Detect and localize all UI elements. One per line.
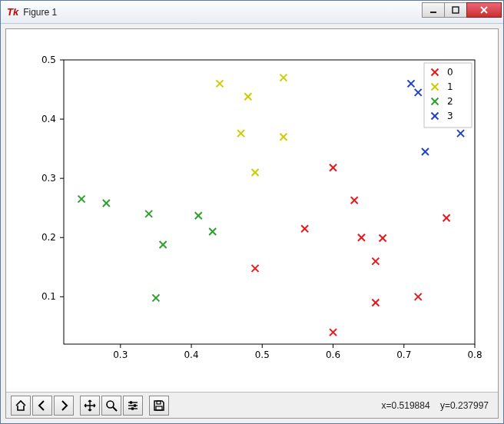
window-controls — [423, 2, 502, 19]
svg-text:1: 1 — [447, 81, 453, 92]
svg-rect-1 — [453, 7, 459, 13]
window-title: Figure 1 — [23, 7, 423, 18]
close-button[interactable] — [466, 2, 502, 18]
minimize-button[interactable] — [422, 2, 445, 18]
svg-text:2: 2 — [447, 96, 453, 107]
configure-button[interactable] — [123, 396, 143, 416]
svg-line-97 — [113, 407, 117, 411]
move-icon — [84, 399, 96, 412]
svg-text:3: 3 — [447, 111, 453, 121]
svg-text:0.4: 0.4 — [184, 349, 198, 360]
back-button[interactable] — [32, 396, 52, 416]
magnifier-icon — [105, 399, 118, 412]
arrow-right-icon — [58, 399, 70, 412]
svg-text:0: 0 — [447, 67, 453, 78]
matplotlib-toolbar: x=0.519884 y=0.237997 — [6, 392, 498, 418]
maximize-button[interactable] — [444, 2, 467, 18]
home-icon — [15, 399, 27, 412]
save-icon — [153, 399, 165, 412]
plot-canvas[interactable]: 0.30.40.50.60.70.80.10.20.30.40.50123 — [6, 29, 498, 392]
svg-text:0.8: 0.8 — [467, 349, 482, 360]
svg-text:0.4: 0.4 — [41, 114, 56, 124]
pan-button[interactable] — [80, 396, 100, 416]
svg-rect-4 — [64, 60, 475, 344]
scatter-plot: 0.30.40.50.60.70.80.10.20.30.40.50123 — [6, 29, 498, 392]
svg-text:0.1: 0.1 — [41, 291, 56, 302]
zoom-button[interactable] — [101, 396, 121, 416]
svg-text:0.5: 0.5 — [255, 349, 270, 360]
svg-point-96 — [107, 401, 114, 408]
svg-text:0.2: 0.2 — [41, 232, 56, 243]
forward-button[interactable] — [54, 396, 74, 416]
svg-rect-104 — [157, 401, 161, 404]
client-area: 0.30.40.50.60.70.80.10.20.30.40.50123 — [5, 28, 499, 419]
svg-text:0.7: 0.7 — [396, 349, 411, 360]
svg-rect-103 — [131, 407, 134, 409]
app-icon: Tk — [7, 6, 18, 18]
arrow-left-icon — [36, 399, 48, 412]
svg-rect-101 — [134, 404, 136, 406]
title-bar[interactable]: Tk Figure 1 — [1, 1, 503, 24]
save-button[interactable] — [149, 396, 169, 416]
svg-text:0.3: 0.3 — [41, 173, 56, 184]
cursor-coordinates: x=0.519884 y=0.237997 — [382, 400, 493, 411]
svg-text:0.6: 0.6 — [326, 349, 340, 360]
svg-rect-99 — [130, 401, 132, 403]
home-button[interactable] — [11, 396, 31, 416]
svg-text:0.3: 0.3 — [113, 349, 128, 360]
sliders-icon — [127, 399, 139, 412]
app-window: Tk Figure 1 0.30.40.50.60.70.80.10.20.30… — [0, 0, 504, 424]
svg-text:0.5: 0.5 — [41, 55, 56, 65]
